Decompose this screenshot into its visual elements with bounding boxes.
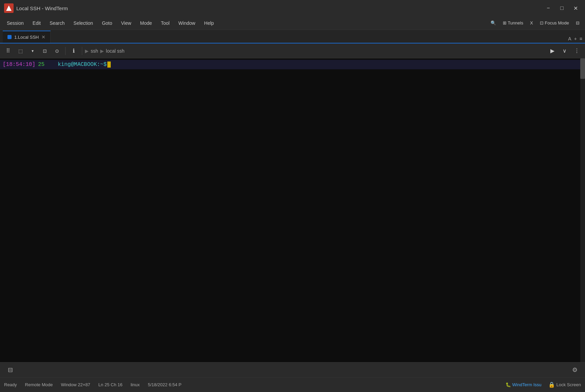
menu-edit[interactable]: Edit: [29, 19, 45, 27]
tab-bar: 1.Local SSH ✕ A + ≡: [0, 30, 585, 43]
menu-goto[interactable]: Goto: [98, 19, 116, 27]
lock-icon: 🔒: [548, 381, 555, 388]
lock-screen-button[interactable]: 🔒 Lock Screen: [548, 381, 581, 388]
terminal-line-1: [18:54:10] 25 king@MACBOOK:~$: [0, 60, 585, 69]
expand-button[interactable]: ∨: [559, 46, 570, 56]
breadcrumb-arrow-2: ▶: [100, 48, 104, 54]
toolbar: ⠿ ⬚ ▾ ⊡ ⊙ ℹ ▶ ssh ▶ local ssh ▶ ∨ ⋮: [0, 43, 585, 58]
maximize-button[interactable]: □: [556, 3, 567, 14]
menu-view[interactable]: View: [117, 19, 135, 27]
terminal-timestamp: [18:54:10]: [3, 61, 35, 68]
app-title: Local SSH - WindTerm: [16, 5, 540, 11]
search-icon-btn[interactable]: 🔍: [488, 19, 499, 27]
clone-session-button[interactable]: ⊙: [52, 46, 63, 56]
new-session-button[interactable]: ⬚: [15, 46, 26, 56]
status-position: Ln 25 Ch 16: [99, 382, 123, 387]
windterm-bug-icon: 🐛: [506, 382, 511, 387]
add-tab-button[interactable]: +: [574, 36, 577, 41]
tab-indicator: [7, 35, 12, 39]
lock-screen-label: Lock Screen: [556, 382, 581, 387]
run-button[interactable]: ▶: [547, 46, 558, 56]
app-logo: [4, 3, 14, 13]
breadcrumb-local-ssh: local ssh: [106, 48, 124, 54]
status-bar: ⊟ ⚙ Ready Remote Mode Window 22×87 Ln 25…: [0, 362, 585, 392]
font-size-label: A: [568, 36, 571, 41]
menu-help[interactable]: Help: [200, 19, 218, 27]
minimize-button[interactable]: −: [543, 3, 554, 14]
tunnels-btn[interactable]: ⊞ Tunnels: [500, 19, 526, 27]
terminal-prompt: king@MACBOOK:~$: [58, 61, 107, 68]
menu-session[interactable]: Session: [3, 19, 28, 27]
settings-icon-button[interactable]: ⚙: [569, 364, 581, 376]
menu-search[interactable]: Search: [46, 19, 69, 27]
scrollbar-thumb[interactable]: [580, 58, 585, 79]
x-btn[interactable]: X: [527, 19, 536, 27]
session-dropdown-button[interactable]: ▾: [27, 46, 38, 56]
terminal-icon-button[interactable]: ⊟: [4, 364, 16, 376]
status-datetime: 5/18/2022 6:54 P: [148, 382, 181, 387]
drag-handle-button[interactable]: ⠿: [3, 46, 14, 56]
status-ready: Ready: [4, 382, 17, 387]
menu-bar: Session Edit Search Selection Goto View …: [0, 16, 585, 30]
more-button[interactable]: ⋮: [571, 46, 582, 56]
breadcrumb-arrow-1: ▶: [85, 48, 89, 54]
new-window-button[interactable]: ⊡: [39, 46, 50, 56]
breadcrumb-ssh: ssh: [91, 48, 98, 54]
status-remote-mode: Remote Mode: [25, 382, 53, 387]
tab-menu-button[interactable]: ≡: [580, 36, 582, 41]
tab-local-ssh[interactable]: 1.Local SSH ✕: [3, 31, 51, 43]
status-window-size: Window 22×87: [61, 382, 90, 387]
menu-selection[interactable]: Selection: [69, 19, 97, 27]
status-bottom-row: Ready Remote Mode Window 22×87 Ln 25 Ch …: [0, 377, 585, 392]
status-os: linux: [130, 382, 140, 387]
menu-mode[interactable]: Mode: [136, 19, 156, 27]
windterm-issue-label: WindTerm Issu: [512, 382, 542, 387]
tab-close-button[interactable]: ✕: [41, 34, 46, 40]
status-bottom-right: 🐛 WindTerm Issu 🔒 Lock Screen: [506, 381, 581, 388]
toolbar-breadcrumb: ▶ ssh ▶ local ssh: [85, 48, 124, 54]
windterm-issue-link[interactable]: 🐛 WindTerm Issu: [506, 382, 542, 387]
layout-btn[interactable]: ⊟: [573, 19, 582, 27]
info-button[interactable]: ℹ: [68, 46, 79, 56]
tab-label: 1.Local SSH: [14, 35, 39, 40]
title-bar: Local SSH - WindTerm − □ ✕: [0, 0, 585, 16]
menu-tool[interactable]: Tool: [157, 19, 174, 27]
focus-mode-btn[interactable]: ⊡ Focus Mode: [537, 19, 572, 27]
terminal-area[interactable]: [18:54:10] 25 king@MACBOOK:~$: [0, 58, 585, 362]
menu-window[interactable]: Window: [174, 19, 199, 27]
toolbar-separator-2: [82, 47, 82, 55]
scrollbar[interactable]: [580, 58, 585, 362]
status-top-row: ⊟ ⚙: [0, 362, 585, 377]
terminal-cursor: [107, 61, 111, 68]
close-button[interactable]: ✕: [570, 3, 581, 14]
terminal-line-number: 25: [38, 61, 55, 68]
toolbar-separator-1: [65, 47, 66, 55]
terminal-content: [18:54:10] 25 king@MACBOOK:~$: [0, 58, 585, 71]
